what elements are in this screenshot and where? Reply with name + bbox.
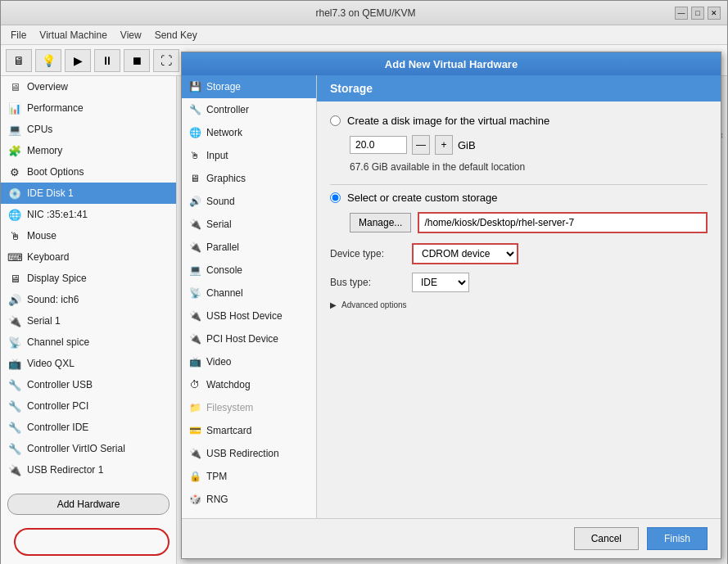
dialog-list-label-serial: Serial <box>206 219 232 230</box>
sidebar-item-usb-redir[interactable]: 🔌 USB Redirector 1 <box>1 459 176 481</box>
fs-icon: 📁 <box>188 401 201 414</box>
monitor-icon: 🖥 <box>7 79 22 94</box>
advanced-options-toggle[interactable]: ▶ Advanced options <box>330 300 708 309</box>
sidebar-item-display-spice[interactable]: 🖥 Display Spice <box>1 268 176 289</box>
sidebar-item-performance[interactable]: 📊 Performance <box>1 97 176 119</box>
title-bar: rhel7.3 on QEMU/KVM — □ ✕ <box>1 1 727 25</box>
sidebar-label-sound: Sound: ich6 <box>27 294 79 305</box>
sidebar-item-memory[interactable]: 🧩 Memory <box>1 140 176 161</box>
sidebar-item-video-qxl[interactable]: 📺 Video QXL <box>1 353 176 374</box>
dialog-list-item-sound[interactable]: 🔊 Sound <box>182 190 316 213</box>
sidebar-item-serial[interactable]: 🔌 Serial 1 <box>1 310 176 332</box>
bus-type-select[interactable]: IDE SATA SCSI <box>412 273 469 292</box>
sidebar-item-ctrl-pci[interactable]: 🔧 Controller PCI <box>1 395 176 417</box>
finish-button[interactable]: Finish <box>647 527 708 550</box>
dialog-list-item-tpm[interactable]: 🔒 TPM <box>182 465 316 488</box>
sidebar-item-sound[interactable]: 🔊 Sound: ich6 <box>1 289 176 310</box>
dialog-list-item-pci-host[interactable]: 🔌 PCI Host Device <box>182 327 316 350</box>
menu-file[interactable]: File <box>4 28 33 43</box>
sidebar-item-ctrl-usb[interactable]: 🔧 Controller USB <box>1 374 176 395</box>
dialog-list-item-channel[interactable]: 📡 Channel <box>182 282 316 305</box>
device-type-select[interactable]: CDROM device Disk device Floppy device <box>412 243 518 264</box>
dialog-list-item-graphics[interactable]: 🖥 Graphics <box>182 167 316 190</box>
sidebar-item-channel-spice[interactable]: 📡 Channel spice <box>1 332 176 353</box>
menu-view[interactable]: View <box>114 28 148 43</box>
net-icon: 🌐 <box>188 126 201 139</box>
size-row: 20.0 — + GiB <box>350 135 708 155</box>
available-text: 67.6 GiB available in the default locati… <box>350 161 708 173</box>
sidebar-label-display: Display Spice <box>27 273 87 284</box>
toolbar-light-btn[interactable]: 💡 <box>35 49 61 72</box>
sidebar-label-usb-redir: USB Redirector 1 <box>27 464 103 476</box>
dialog-list-label-smartcard: Smartcard <box>206 425 251 436</box>
maximize-button[interactable]: □ <box>691 7 704 20</box>
dialog-list-label-sound: Sound <box>206 196 235 207</box>
menu-bar: File Virtual Machine View Send Key <box>1 25 727 45</box>
toolbar-play-btn[interactable]: ▶ <box>65 49 91 72</box>
sidebar-label-cpus: CPUs <box>27 124 52 135</box>
nic-icon: 🌐 <box>7 207 22 222</box>
menu-send-key[interactable]: Send Key <box>148 28 204 43</box>
sidebar-label-boot: Boot Options <box>27 166 84 178</box>
toolbar-pause-btn[interactable]: ⏸ <box>94 49 120 72</box>
dialog-list-item-panic[interactable]: ⚠ Panic Notifier <box>182 511 316 518</box>
close-button[interactable]: ✕ <box>708 7 721 20</box>
minimize-button[interactable]: — <box>675 7 688 20</box>
dialog-list-label-graphics: Graphics <box>206 173 246 184</box>
dialog-content-body: Create a disk image for the virtual mach… <box>317 102 721 518</box>
sidebar-item-ide-disk[interactable]: 💿 IDE Disk 1 <box>1 183 176 204</box>
dialog-list-item-smartcard[interactable]: 💳 Smartcard <box>182 419 316 442</box>
sidebar-label-performance: Performance <box>27 102 84 114</box>
sidebar-item-overview[interactable]: 🖥 Overview <box>1 76 176 97</box>
keyboard-icon: ⌨ <box>7 250 22 264</box>
size-increase-button[interactable]: + <box>435 135 453 155</box>
cancel-button[interactable]: Cancel <box>574 527 639 550</box>
manage-button[interactable]: Manage... <box>350 213 411 232</box>
dialog-list-item-controller[interactable]: 🔧 Controller <box>182 98 316 121</box>
dialog-list-item-usb-host[interactable]: 🔌 USB Host Device <box>182 305 316 327</box>
sidebar-label-nic: NIC :35:e1:41 <box>27 209 88 220</box>
toolbar-stop-btn[interactable]: ⏹ <box>124 49 150 72</box>
create-disk-label: Create a disk image for the virtual mach… <box>347 115 549 127</box>
manage-path-row: Manage... /home/kiosk/Desktop/rhel-serve… <box>350 212 708 233</box>
dialog-content: Storage Create a disk image for the virt… <box>317 75 721 518</box>
dialog-list-item-rng[interactable]: 🎲 RNG <box>182 488 316 511</box>
dialog-body: 💾 Storage 🔧 Controller 🌐 Network 🖱 Input… <box>182 75 721 518</box>
custom-storage-radio[interactable] <box>330 192 341 203</box>
memory-icon: 🧩 <box>7 143 22 158</box>
dialog-list-item-storage[interactable]: 💾 Storage <box>182 75 316 98</box>
add-hardware-dialog: Add New Virtual Hardware 💾 Storage 🔧 Con… <box>181 52 721 559</box>
sidebar-item-ctrl-virtio[interactable]: 🔧 Controller VirtIO Serial <box>1 438 176 459</box>
menu-virtual-machine[interactable]: Virtual Machine <box>33 28 114 43</box>
size-decrease-button[interactable]: — <box>412 135 430 155</box>
dialog-list-item-serial[interactable]: 🔌 Serial <box>182 213 316 236</box>
disk-icon: 💿 <box>7 186 22 201</box>
toolbar-fullscreen-btn[interactable]: ⛶ <box>153 49 179 72</box>
sidebar-item-cpus[interactable]: 💻 CPUs <box>1 119 176 140</box>
sidebar-label-memory: Memory <box>27 145 62 156</box>
dialog-list-item-network[interactable]: 🌐 Network <box>182 121 316 144</box>
dialog-list-item-console[interactable]: 💻 Console <box>182 259 316 282</box>
sidebar-item-nic[interactable]: 🌐 NIC :35:e1:41 <box>1 204 176 225</box>
dialog-list-item-input[interactable]: 🖱 Input <box>182 144 316 167</box>
sidebar-item-boot-options[interactable]: ⚙ Boot Options <box>1 161 176 183</box>
file-path-input[interactable]: /home/kiosk/Desktop/rhel-server-7 <box>418 212 708 233</box>
graphics-icon: 🖥 <box>188 172 201 185</box>
dialog-list-item-watchdog[interactable]: ⏱ Watchdog <box>182 373 316 396</box>
dialog-list-item-usb-redir[interactable]: 🔌 USB Redirection <box>182 442 316 465</box>
toolbar-monitor-btn[interactable]: 🖥 <box>6 49 32 72</box>
create-disk-radio[interactable] <box>330 115 341 126</box>
add-hardware-button[interactable]: Add Hardware <box>7 494 170 515</box>
ctrl-usb-icon: 🔧 <box>7 377 22 392</box>
smart-icon: 💳 <box>188 424 201 437</box>
snd-icon: 🔊 <box>188 195 201 208</box>
dialog-list-item-video[interactable]: 📺 Video <box>182 350 316 373</box>
dialog-list-item-parallel[interactable]: 🔌 Parallel <box>182 236 316 259</box>
disk-size-input[interactable]: 20.0 <box>350 136 407 154</box>
sidebar-item-ctrl-ide[interactable]: 🔧 Controller IDE <box>1 417 176 438</box>
device-type-row: Device type: CDROM device Disk device Fl… <box>330 243 708 264</box>
usb-redir2-icon: 🔌 <box>188 447 201 460</box>
sidebar-item-mouse[interactable]: 🖱 Mouse <box>1 225 176 246</box>
dialog-list-label-storage: Storage <box>206 81 241 92</box>
sidebar-item-keyboard[interactable]: ⌨ Keyboard <box>1 246 176 268</box>
